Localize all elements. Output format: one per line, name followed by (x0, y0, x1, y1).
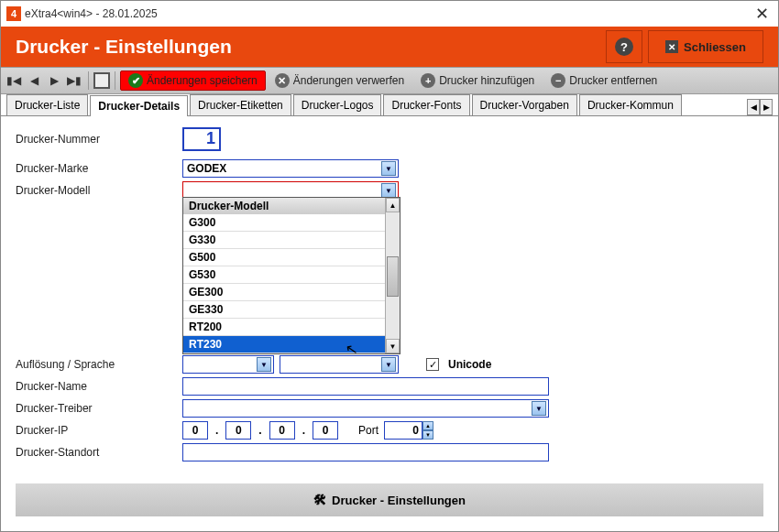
chevron-down-icon[interactable]: ▼ (381, 183, 396, 198)
tab-scroll-right[interactable]: ▶ (760, 99, 773, 115)
tab-strip: Drucker-Liste Drucker-Details Drucker-Et… (1, 94, 778, 116)
label-name: Drucker-Name (16, 380, 182, 393)
help-icon: ? (615, 38, 633, 56)
add-printer-button[interactable]: + Drucker hinzufügen (413, 71, 542, 91)
tab-scroll-left[interactable]: ◀ (747, 99, 760, 115)
toolbar: ▮◀ ◀ ▶ ▶▮ ✔ Änderungen speichern ✕ Änder… (1, 67, 778, 94)
chevron-down-icon[interactable]: ▼ (381, 357, 396, 372)
ip-b-input[interactable] (225, 421, 251, 440)
dropdown-item[interactable]: G300 (183, 214, 400, 232)
wrench-icon: 🛠 (313, 493, 326, 507)
scroll-up-icon[interactable]: ▲ (386, 198, 400, 212)
nav-next-button[interactable]: ▶ (45, 71, 63, 91)
toolbar-separator (88, 71, 89, 90)
port-spin-down[interactable]: ▼ (422, 430, 433, 440)
add-label: Drucker hinzufügen (439, 74, 534, 87)
label-model: Drucker-Modell (16, 184, 182, 197)
driver-combo[interactable]: ▼ (182, 399, 549, 418)
chevron-down-icon[interactable]: ▼ (381, 161, 396, 176)
help-button[interactable]: ? (606, 30, 642, 63)
remove-label: Drucker entfernen (569, 74, 657, 87)
nav-first-button[interactable]: ▮◀ (5, 71, 23, 91)
port-input[interactable] (384, 421, 422, 440)
toolbar-separator (115, 71, 115, 90)
minus-icon: − (551, 73, 565, 88)
dropdown-item[interactable]: G330 (183, 232, 400, 249)
tab-printer-list[interactable]: Drucker-Liste (6, 94, 88, 115)
scroll-thumb[interactable] (387, 256, 399, 297)
brand-combo[interactable]: GODEX ▼ (182, 159, 399, 178)
unicode-checkbox[interactable]: ✓ (426, 358, 439, 371)
tab-printer-labels[interactable]: Drucker-Etiketten (190, 94, 291, 115)
close-icon: ✕ (665, 40, 678, 53)
nav-prev-button[interactable]: ◀ (25, 71, 43, 91)
label-port: Port (358, 424, 379, 437)
label-unicode: Unicode (448, 358, 491, 371)
window-title: eXtra4<win4> - 28.01.2025 (25, 7, 158, 20)
scroll-down-icon[interactable]: ▼ (386, 339, 400, 353)
language-combo[interactable]: ▼ (280, 355, 399, 374)
settings-bar-button[interactable]: 🛠 Drucker - Einstellungen (16, 483, 763, 516)
tab-printer-comm[interactable]: Drucker-Kommun (579, 94, 682, 115)
tab-scroll: ◀ ▶ (747, 99, 773, 115)
nav-last-button[interactable]: ▶▮ (65, 71, 83, 91)
printer-name-input[interactable] (182, 377, 549, 396)
discard-label: Änderungen verwerfen (293, 74, 404, 87)
dropdown-item[interactable]: RT200 (183, 319, 400, 336)
label-resolution: Auflösung / Sprache (16, 358, 182, 371)
chevron-down-icon[interactable]: ▼ (532, 401, 546, 416)
plus-icon: + (421, 73, 435, 88)
dropdown-item-selected[interactable]: RT230 (183, 336, 400, 353)
window-close-icon[interactable]: ✕ (752, 4, 773, 24)
dropdown-item[interactable]: GE300 (183, 284, 400, 301)
page-header: Drucker - Einstellungen ? ✕ Schliessen (1, 27, 778, 67)
settings-bar-label: Drucker - Einstellungen (332, 494, 466, 507)
label-ip: Drucker-IP (16, 424, 182, 437)
close-button[interactable]: ✕ Schliessen (648, 30, 763, 63)
form-view-icon[interactable] (93, 72, 110, 89)
port-spin-up[interactable]: ▲ (422, 421, 433, 430)
dropdown-header: Drucker-Modell (183, 198, 400, 214)
tab-printer-logos[interactable]: Drucker-Logos (293, 94, 382, 115)
label-brand: Drucker-Marke (16, 162, 182, 175)
label-number: Drucker-Nummer (16, 133, 182, 146)
label-location: Drucker-Standort (16, 446, 182, 459)
discard-changes-button[interactable]: ✕ Änderungen verwerfen (268, 71, 411, 91)
remove-printer-button[interactable]: − Drucker entfernen (543, 71, 664, 91)
dropdown-item[interactable]: G500 (183, 249, 400, 266)
tab-printer-fonts[interactable]: Drucker-Fonts (383, 94, 469, 115)
tab-printer-defaults[interactable]: Drucker-Vorgaben (472, 94, 577, 115)
dropdown-item[interactable]: G530 (183, 266, 400, 284)
page-title: Drucker - Einstellungen (16, 36, 606, 58)
tab-printer-details[interactable]: Drucker-Details (90, 95, 188, 116)
ip-a-input[interactable] (182, 421, 208, 440)
location-input[interactable] (182, 443, 549, 461)
resolution-combo[interactable]: ▼ (182, 355, 274, 374)
titlebar: 4 eXtra4<win4> - 28.01.2025 ✕ (1, 1, 778, 27)
ip-c-input[interactable] (269, 421, 295, 440)
save-label: Änderungen speichern (147, 74, 258, 87)
close-button-label: Schliessen (684, 40, 746, 54)
printer-number-field: 1 (182, 127, 221, 151)
label-driver: Drucker-Treiber (16, 402, 182, 415)
dropdown-item[interactable]: GE330 (183, 301, 400, 319)
dropdown-scrollbar[interactable]: ▲ ▼ (385, 198, 400, 353)
save-changes-button[interactable]: ✔ Änderungen speichern (120, 71, 266, 91)
brand-value: GODEX (185, 162, 381, 175)
ip-d-input[interactable] (313, 421, 338, 440)
check-icon: ✔ (128, 73, 143, 88)
model-dropdown: Drucker-Modell G300 G330 G500 G530 GE300… (182, 197, 400, 354)
chevron-down-icon[interactable]: ▼ (257, 357, 271, 372)
cancel-icon: ✕ (275, 73, 290, 88)
app-logo-icon: 4 (6, 6, 21, 21)
